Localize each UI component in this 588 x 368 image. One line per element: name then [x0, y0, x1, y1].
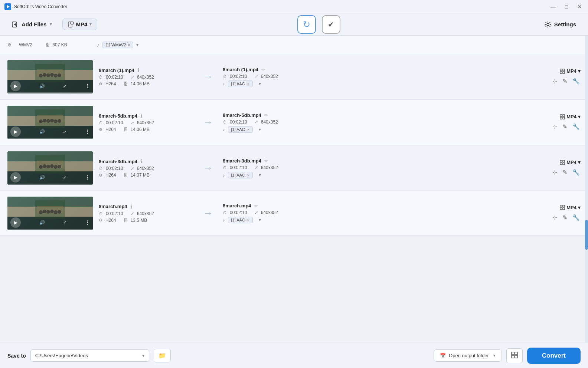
- output-format-0[interactable]: MP4 ▾: [560, 68, 581, 74]
- svg-point-7: [547, 23, 549, 26]
- thumb-volume-0[interactable]: 🔊: [39, 83, 45, 89]
- thumbnail-0[interactable]: ▶ 🔊 ⤢ ⋮: [7, 60, 93, 93]
- file-info-icon-3[interactable]: ℹ: [130, 204, 132, 210]
- thumbnail-scene-2: [35, 155, 65, 174]
- thumb-expand-2[interactable]: ⤢: [63, 175, 66, 180]
- edit-action-1[interactable]: ✎: [562, 122, 568, 131]
- folder-icon: 📁: [159, 352, 166, 359]
- thumb-volume-1[interactable]: 🔊: [39, 129, 45, 134]
- file-info-icon-0[interactable]: ℹ: [137, 67, 139, 73]
- edit-action-2[interactable]: ✎: [562, 168, 568, 177]
- thumb-menu-1[interactable]: ⋮: [85, 129, 90, 135]
- output-format-2[interactable]: MP4 ▾: [560, 160, 581, 165]
- edit-icon-3[interactable]: ✏: [254, 203, 258, 208]
- edit-icon-2[interactable]: ✏: [264, 158, 268, 164]
- svg-rect-41: [563, 160, 565, 162]
- edit-icon-0[interactable]: ✏: [261, 67, 265, 72]
- source-size-3: 13.5 MB: [131, 218, 147, 223]
- resize-icon-2: ⤢: [131, 166, 134, 171]
- audio-badge-0: [1] AAC ×: [228, 80, 253, 87]
- audio-dropdown-1[interactable]: ▾: [259, 127, 261, 132]
- svg-point-37: [50, 164, 54, 168]
- tools-action-0[interactable]: 🔧: [572, 77, 581, 85]
- close-button[interactable]: ✕: [576, 3, 584, 10]
- table-row: ▶ 🔊 ⤢ ⋮ 8march-5db.mp4 ℹ ⏱ 00:02:10 ⤢ 64…: [0, 100, 588, 145]
- crop-action-0[interactable]: ⊹: [552, 77, 558, 85]
- thumbnail-2[interactable]: ▶ 🔊 ⤢ ⋮: [7, 151, 93, 185]
- file-info-icon-2[interactable]: ℹ: [140, 158, 142, 164]
- remove-audio-0[interactable]: ×: [247, 82, 249, 86]
- format-selector-button[interactable]: MP4 ▾: [62, 19, 98, 30]
- source-size-2: 14.07 MB: [131, 172, 150, 178]
- maximize-button[interactable]: □: [563, 3, 570, 10]
- remove-audio-2[interactable]: ×: [247, 173, 249, 177]
- remove-audio-3[interactable]: ×: [247, 218, 249, 222]
- svg-point-22: [39, 119, 43, 123]
- thumb-menu-0[interactable]: ⋮: [85, 83, 90, 89]
- thumb-expand-0[interactable]: ⤢: [63, 84, 66, 88]
- browse-folder-button[interactable]: 📁: [154, 349, 171, 362]
- thumb-play-1[interactable]: ▶: [10, 126, 21, 137]
- out-music-icon-2: ♪: [223, 173, 225, 177]
- crop-action-1[interactable]: ⊹: [552, 122, 558, 131]
- tools-action-2[interactable]: 🔧: [572, 168, 581, 177]
- thumb-expand-1[interactable]: ⤢: [63, 130, 66, 134]
- out-music-icon-1: ♪: [223, 127, 225, 132]
- thumb-volume-3[interactable]: 🔊: [39, 220, 45, 225]
- edit-icon-1[interactable]: ✏: [264, 112, 268, 118]
- tools-action-3[interactable]: 🔧: [572, 213, 581, 222]
- format-col-0: MP4 ▾ ⊹ ✎ 🔧: [529, 68, 581, 85]
- audio-dropdown-0[interactable]: ▾: [259, 81, 261, 86]
- thumb-menu-2[interactable]: ⋮: [85, 174, 90, 180]
- add-files-button[interactable]: Add Files ▾: [7, 19, 56, 30]
- partial-remove-audio-button[interactable]: ×: [128, 43, 130, 47]
- thumb-menu-3[interactable]: ⋮: [85, 220, 90, 226]
- output-duration-1: 00:02:10: [230, 119, 247, 125]
- thumbnail-3[interactable]: ▶ 🔊 ⤢ ⋮: [7, 197, 93, 230]
- thumb-expand-3[interactable]: ⤢: [63, 220, 66, 224]
- settings-button[interactable]: Settings: [540, 19, 581, 30]
- file-info-3: 8march.mp4 ℹ ⏱ 00:02:10 ⤢ 640x352 ⚙ H264…: [93, 204, 197, 223]
- svg-rect-29: [563, 115, 565, 116]
- svg-point-27: [58, 119, 61, 123]
- refresh-button[interactable]: ↻: [297, 15, 316, 34]
- scrollbar-thumb[interactable]: [585, 220, 588, 250]
- convert-button[interactable]: Convert: [527, 348, 581, 364]
- out-resize-icon-1: ⤢: [255, 119, 258, 124]
- check-button[interactable]: ✔: [322, 15, 340, 34]
- svg-rect-18: [560, 72, 562, 73]
- save-path-input[interactable]: C:\Users\Eugene\Videos ▾: [30, 349, 149, 362]
- crop-action-3[interactable]: ⊹: [552, 213, 558, 222]
- edit-action-3[interactable]: ✎: [562, 213, 568, 222]
- add-files-icon: [12, 21, 19, 28]
- output-format-3[interactable]: MP4 ▾: [560, 205, 581, 210]
- partial-file-row: ⚙ WMV2 🗄 607 KB ♪ [1] WMAV2 × ▾: [0, 36, 588, 54]
- remove-audio-1[interactable]: ×: [247, 127, 249, 132]
- thumb-play-3[interactable]: ▶: [10, 217, 21, 228]
- audio-dropdown-2[interactable]: ▾: [259, 172, 261, 178]
- source-duration-2: 00:02:10: [106, 166, 123, 171]
- edit-action-0[interactable]: ✎: [562, 77, 568, 85]
- thumb-play-2[interactable]: ▶: [10, 172, 21, 183]
- open-output-folder-button[interactable]: 📅 Open output folder ▾: [434, 349, 502, 362]
- thumb-volume-2[interactable]: 🔊: [39, 175, 45, 180]
- source-resolution-3: 640x352: [137, 211, 154, 216]
- output-format-1[interactable]: MP4 ▾: [560, 114, 581, 119]
- output-info-1: 8march-5db.mp4 ✏ ⏱ 00:02:10 ⤢ 640x352 ♪ …: [219, 112, 529, 133]
- crop-action-2[interactable]: ⊹: [552, 168, 558, 177]
- output-info-0: 8march (1).mp4 ✏ ⏱ 00:02:10 ⤢ 640x352 ♪ …: [219, 67, 529, 87]
- file-info-icon-1[interactable]: ℹ: [140, 113, 142, 119]
- audio-dropdown-3[interactable]: ▾: [259, 217, 261, 223]
- db-icon-1: 🗄: [124, 127, 128, 132]
- thumb-play-0[interactable]: ▶: [10, 81, 21, 91]
- thumbnail-1[interactable]: ▶ 🔊 ⤢ ⋮: [7, 106, 93, 139]
- resize-icon-3: ⤢: [131, 211, 134, 216]
- grid-toggle-button[interactable]: [506, 348, 523, 363]
- source-filename-1: 8march-5db.mp4: [99, 113, 137, 119]
- arrow-1: →: [197, 116, 219, 128]
- app-icon: [4, 3, 11, 10]
- tools-action-1[interactable]: 🔧: [572, 122, 581, 131]
- source-duration-0: 00:02:10: [106, 75, 123, 80]
- minimize-button[interactable]: —: [549, 3, 557, 10]
- format-col-3: MP4 ▾ ⊹ ✎ 🔧: [529, 205, 581, 222]
